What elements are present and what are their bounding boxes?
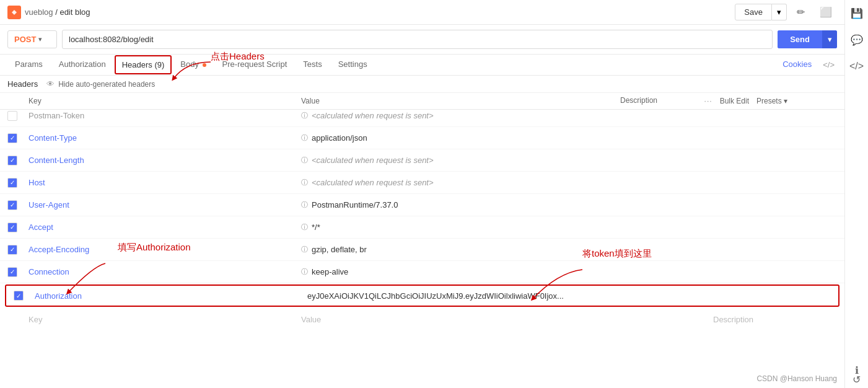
row6-value: ⓘ */* — [301, 223, 713, 232]
code-sidebar-icon[interactable]: </> — [847, 58, 866, 74]
row1-value-text: <calculated when request is sent> — [312, 111, 434, 120]
row1-checkbox[interactable] — [7, 111, 17, 121]
row7-info-icon[interactable]: ⓘ — [301, 245, 308, 254]
row3-key[interactable]: Content-Length — [28, 156, 301, 165]
row5-info-icon[interactable]: ⓘ — [301, 200, 308, 209]
tab-params[interactable]: Params — [7, 55, 50, 75]
method-label: POST — [14, 35, 36, 44]
row6-value-text: */* — [312, 223, 320, 232]
table-row: ✓ Host ⓘ <calculated when request is sen… — [0, 172, 844, 194]
tab-body[interactable]: Body — [173, 55, 213, 75]
request-bar: POST ▾ Send ▾ — [0, 25, 844, 55]
row7-checkbox[interactable]: ✓ — [7, 245, 17, 255]
tab-settings[interactable]: Settings — [331, 55, 375, 75]
row5-value-text: PostmanRuntime/7.37.0 — [312, 200, 398, 209]
table-body: Postman-Token ⓘ <calculated when request… — [0, 105, 844, 388]
edit-icon-button[interactable]: ✏ — [792, 4, 810, 20]
top-bar-right: Save ▾ ✏ ⬜ — [735, 4, 837, 20]
row5-checkbox[interactable]: ✓ — [7, 200, 17, 210]
app-logo — [7, 6, 21, 19]
row2-value: ⓘ application/json — [301, 133, 713, 143]
cookies-link[interactable]: Cookies — [775, 55, 819, 75]
check-icon: ✓ — [10, 134, 15, 141]
refresh-sidebar-icon[interactable]: ↺ — [850, 371, 863, 388]
comment-icon-button[interactable]: ⬜ — [815, 4, 837, 20]
row1-info-icon[interactable]: ⓘ — [301, 111, 308, 120]
row1-key[interactable]: Postman-Token — [28, 111, 301, 120]
method-dropdown-icon: ▾ — [38, 35, 42, 43]
headers-label: Headers — [7, 79, 38, 89]
row3-info-icon[interactable]: ⓘ — [301, 156, 308, 165]
bulk-edit-button[interactable]: Bulk Edit — [720, 97, 749, 105]
authorization-row: ✓ Authorization eyJ0eXAiOiJKV1QiLCJhbGci… — [5, 284, 840, 307]
send-button[interactable]: Send — [778, 30, 822, 48]
footer-value: Value — [301, 315, 713, 324]
save-button-group: Save ▾ — [735, 4, 787, 20]
url-input[interactable] — [62, 30, 773, 49]
eye-icon: 👁 — [46, 79, 55, 89]
main-content: vueblog / edit blog Save ▾ ✏ ⬜ POST ▾ — [0, 0, 868, 388]
check-icon: ✓ — [10, 268, 15, 275]
row4-checkbox[interactable]: ✓ — [7, 178, 17, 188]
method-select[interactable]: POST ▾ — [7, 30, 57, 48]
dots-icon: ··· — [704, 97, 712, 105]
table-row: ✓ Content-Length ⓘ <calculated when requ… — [0, 149, 844, 172]
table-row: ✓ Accept ⓘ */* — [0, 216, 844, 239]
hide-auto-generated[interactable]: Hide auto-generated headers — [58, 80, 155, 89]
row5-value: ⓘ PostmanRuntime/7.37.0 — [301, 200, 713, 209]
table-row: ✓ Accept-Encoding ⓘ gzip, deflate, br — [0, 239, 844, 261]
row8-info-icon[interactable]: ⓘ — [301, 267, 308, 276]
check-icon: ✓ — [10, 157, 15, 164]
value-header: Value — [301, 97, 664, 105]
table-row: ✓ Connection ⓘ keep-alive — [0, 261, 844, 283]
footer-desc: Description — [713, 315, 837, 324]
check-icon: ✓ — [16, 293, 21, 299]
row9-key[interactable]: Authorization — [35, 291, 307, 301]
table-row: ✓ Content-Type ⓘ application/json — [0, 127, 844, 149]
row4-info-icon[interactable]: ⓘ — [301, 178, 308, 187]
row4-value-text: <calculated when request is sent> — [312, 178, 434, 187]
code-icon[interactable]: </> — [820, 55, 837, 74]
footer-row: Key Value Description — [0, 308, 844, 330]
send-dropdown-button[interactable]: ▾ — [822, 30, 837, 48]
tab-tests[interactable]: Tests — [296, 55, 329, 75]
row5-key[interactable]: User-Agent — [28, 200, 301, 209]
row6-checkbox[interactable]: ✓ — [7, 223, 17, 232]
check-icon: ✓ — [10, 224, 15, 231]
row7-key[interactable]: Accept-Encoding — [28, 245, 301, 254]
row6-key[interactable]: Accept — [28, 223, 301, 232]
app-container: 💾 💬 </> ℹ ↺ vueblog / edit blog — [0, 0, 868, 388]
check-icon: ✓ — [10, 246, 15, 253]
row8-checkbox[interactable]: ✓ — [7, 267, 17, 277]
save-sidebar-icon[interactable]: 💾 — [848, 5, 866, 22]
row1-value: ⓘ <calculated when request is sent> — [301, 111, 713, 120]
row9-checkbox[interactable]: ✓ — [14, 291, 24, 301]
tabs-bar: Params Authorization Headers (9) Body Pr… — [0, 55, 844, 76]
tab-headers[interactable]: Headers (9) — [115, 55, 172, 74]
save-button[interactable]: Save — [735, 4, 772, 20]
send-button-group: Send ▾ — [778, 30, 837, 48]
table-row: ✓ User-Agent ⓘ PostmanRuntime/7.37.0 — [0, 194, 844, 216]
row2-key[interactable]: Content-Type — [28, 133, 301, 143]
save-dropdown-button[interactable]: ▾ — [772, 4, 787, 20]
row4-key[interactable]: Host — [28, 178, 301, 187]
row6-info-icon[interactable]: ⓘ — [301, 223, 308, 232]
presets-button[interactable]: Presets ▾ — [756, 97, 787, 105]
row3-checkbox[interactable]: ✓ — [7, 156, 17, 165]
row7-value: ⓘ gzip, deflate, br — [301, 245, 713, 254]
row2-checkbox[interactable]: ✓ — [7, 133, 17, 143]
tab-authorization[interactable]: Authorization — [51, 55, 113, 75]
body-dot — [203, 63, 206, 67]
row2-value-text: application/json — [312, 133, 367, 143]
row4-value: ⓘ <calculated when request is sent> — [301, 178, 713, 187]
tab-pre-request[interactable]: Pre-request Script — [215, 55, 295, 75]
checkbox-col-header — [7, 97, 28, 105]
footer-key: Key — [28, 315, 301, 324]
watermark: CSDN @Hanson Huang — [756, 374, 837, 383]
row8-key[interactable]: Connection — [28, 267, 301, 276]
top-bar: vueblog / edit blog Save ▾ ✏ ⬜ — [0, 0, 844, 25]
chat-sidebar-icon[interactable]: 💬 — [848, 32, 866, 48]
row2-info-icon[interactable]: ⓘ — [301, 133, 308, 143]
table-row: Postman-Token ⓘ <calculated when request… — [0, 105, 844, 127]
row9-value-text: eyJ0eXAiOiJKV1QiLCJhbGciOiJIUzUxMiJ9.eyJ… — [307, 291, 564, 301]
